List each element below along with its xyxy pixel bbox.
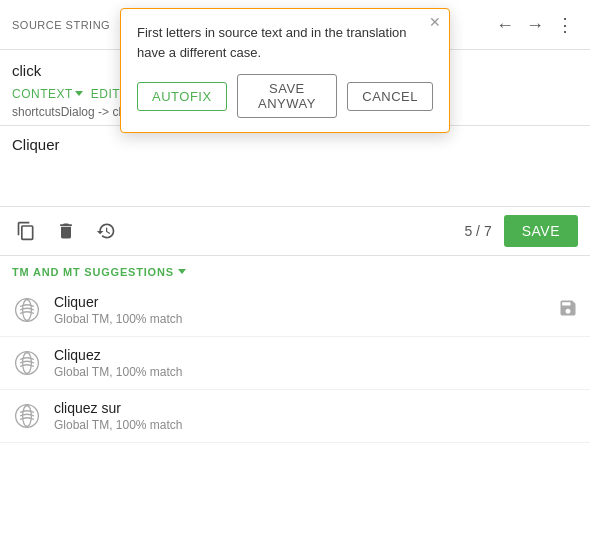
suggestions-header: TM AND MT SUGGESTIONS <box>0 256 590 284</box>
warning-actions: AUTOFIX SAVE ANYWAY CANCEL <box>137 74 433 118</box>
delete-button[interactable] <box>52 217 80 245</box>
more-button[interactable]: ⋮ <box>552 12 578 38</box>
suggestion-item-1[interactable]: Cliquer Global TM, 100% match <box>0 284 590 337</box>
warning-message: First letters in source text and in the … <box>137 23 433 62</box>
suggestion-sub-text-3: Global TM, 100% match <box>54 418 183 432</box>
delete-icon <box>56 221 76 241</box>
suggestion-text-group-3: cliquez sur Global TM, 100% match <box>54 400 183 432</box>
context-label-text: CONTEXT <box>12 87 73 101</box>
tm-icon-2 <box>12 348 42 378</box>
translation-value: Cliquer <box>12 136 578 153</box>
suggestion-main-text-3: cliquez sur <box>54 400 183 416</box>
back-button[interactable]: ← <box>492 12 518 38</box>
edit-label[interactable]: EDIT <box>91 87 120 101</box>
translation-area[interactable]: Cliquer <box>0 126 590 206</box>
suggestion-sub-text-1: Global TM, 100% match <box>54 312 183 326</box>
toolbar-right: 5 / 7 SAVE <box>464 215 578 247</box>
suggestion-left-1: Cliquer Global TM, 100% match <box>12 294 183 326</box>
svg-point-2 <box>16 352 39 375</box>
toolbar-left <box>12 217 120 245</box>
source-string-label: SOURCE STRING <box>12 19 110 31</box>
header-nav: ← → ⋮ <box>492 12 578 38</box>
history-button[interactable] <box>92 217 120 245</box>
suggestion-text-group-2: Cliquez Global TM, 100% match <box>54 347 183 379</box>
tm-icon-1 <box>12 295 42 325</box>
context-chevron-icon <box>75 91 83 96</box>
svg-point-0 <box>16 299 39 322</box>
svg-point-5 <box>23 406 32 427</box>
toolbar: 5 / 7 SAVE <box>0 206 590 256</box>
suggestion-save-button-1[interactable] <box>558 298 578 323</box>
autofix-button[interactable]: AUTOFIX <box>137 82 227 111</box>
suggestion-text-group-1: Cliquer Global TM, 100% match <box>54 294 183 326</box>
tm-icon-3 <box>12 401 42 431</box>
suggestion-left-2: Cliquez Global TM, 100% match <box>12 347 183 379</box>
suggestion-sub-text-2: Global TM, 100% match <box>54 365 183 379</box>
suggestion-item-2[interactable]: Cliquez Global TM, 100% match <box>0 337 590 390</box>
context-label[interactable]: CONTEXT <box>12 87 83 101</box>
warning-popup: ✕ First letters in source text and in th… <box>120 8 450 133</box>
svg-point-4 <box>16 405 39 428</box>
page-count: 5 / 7 <box>464 223 491 239</box>
suggestion-left-3: cliquez sur Global TM, 100% match <box>12 400 183 432</box>
svg-point-1 <box>23 300 32 321</box>
svg-point-3 <box>23 353 32 374</box>
suggestion-main-text-2: Cliquez <box>54 347 183 363</box>
copy-icon <box>16 221 36 241</box>
suggestion-main-text-1: Cliquer <box>54 294 183 310</box>
warning-close-button[interactable]: ✕ <box>429 15 441 29</box>
suggestion-item-3[interactable]: cliquez sur Global TM, 100% match <box>0 390 590 443</box>
forward-button[interactable]: → <box>522 12 548 38</box>
save-button[interactable]: SAVE <box>504 215 578 247</box>
copy-button[interactable] <box>12 217 40 245</box>
history-icon <box>96 221 116 241</box>
cancel-warning-button[interactable]: CANCEL <box>347 82 433 111</box>
suggestions-chevron-icon <box>178 269 186 274</box>
save-anyway-button[interactable]: SAVE ANYWAY <box>237 74 338 118</box>
suggestions-label: TM AND MT SUGGESTIONS <box>12 266 174 278</box>
